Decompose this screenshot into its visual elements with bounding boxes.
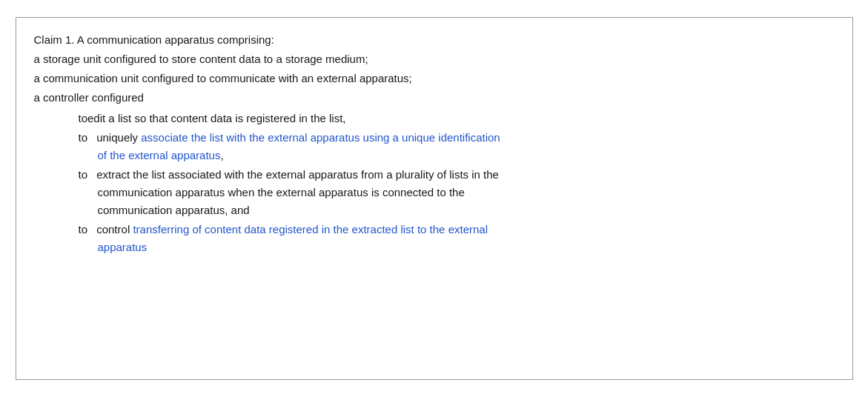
sub-item-3: to extract the list associated with the … [34,166,835,219]
sub-item-4-continuation: apparatus [79,238,835,256]
sub-item-3-content: extract the list associated with the ext… [96,168,499,181]
sub-item-2-continuation-blue: of the external apparatus [98,149,221,161]
sub-item-4-prefix: to [79,223,88,236]
sub-item-1: to edit a list so that content data is r… [34,110,835,127]
sub-item-2-content: uniquely associate the list with the ext… [96,131,500,144]
sub-item-4-continuation-blue: apparatus [98,241,148,253]
patent-claim-container: Claim 1. A communication apparatus compr… [16,17,853,380]
sub-item-3-prefix: to [79,168,88,181]
claim-line1: a storage unit configured to store conte… [34,50,835,68]
sub-item-2-continuation: of the external apparatus, [79,147,835,164]
claim-line3: a controller configured [34,89,835,107]
sub-item-3-cont2: communication apparatus, and [79,201,835,219]
sub-item-1-content: edit a list so that content data is regi… [87,110,834,127]
sub-item-1-prefix: to [34,110,88,127]
sub-item-2-prefix: to [79,131,88,144]
sub-item-2-blue: associate the list with the external app… [141,131,500,144]
sub-item-3-cont1: communication apparatus when the externa… [79,184,835,201]
sub-item-4-blue: transferring of content data registered … [133,223,488,236]
sub-item-4-content: control transferring of content data reg… [96,223,488,236]
sub-item-4: to control transferring of content data … [34,221,835,256]
sub-item-2: to uniquely associate the list with the … [34,129,835,164]
claim-intro: Claim 1. A communication apparatus compr… [34,31,835,49]
claim-line2: a communication unit configured to commu… [34,70,835,87]
